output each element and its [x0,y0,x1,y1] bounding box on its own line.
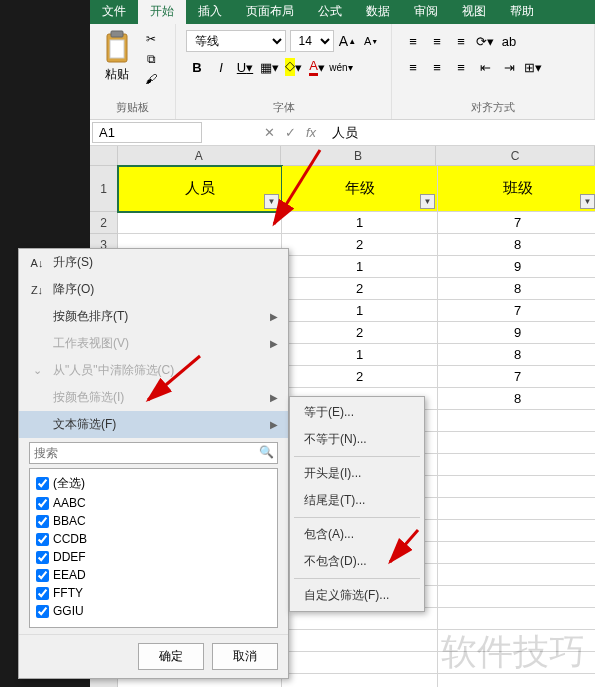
paste-button[interactable]: 粘贴 [96,28,138,88]
checkbox[interactable] [36,477,49,490]
checkbox[interactable] [36,569,49,582]
tab-审阅[interactable]: 审阅 [402,0,450,24]
sort-by-color-item[interactable]: 按颜色排序(T) ▶ [19,303,288,330]
cell[interactable]: 8 [438,388,595,410]
wrap-text-button[interactable]: ab [498,30,520,52]
cell[interactable] [118,212,282,234]
cut-button[interactable]: ✂ [142,30,160,48]
cell[interactable] [438,410,595,432]
select-all-corner[interactable] [90,146,118,166]
cell[interactable] [438,520,595,542]
filter-button[interactable]: ▼ [580,194,595,209]
filter-checkbox-item[interactable]: (全选) [34,473,273,494]
cell[interactable] [438,652,595,674]
phonetic-button[interactable]: wén▾ [330,56,352,78]
not-contains-item[interactable]: 不包含(D)... [290,548,424,575]
cell[interactable] [438,498,595,520]
cell[interactable] [438,564,595,586]
ok-button[interactable]: 确定 [138,643,204,670]
format-painter-button[interactable]: 🖌 [142,70,160,88]
filter-checkbox-item[interactable]: CCDB [34,530,273,548]
border-button[interactable]: ▦▾ [258,56,280,78]
cell[interactable] [282,652,438,674]
contains-item[interactable]: 包含(A)... [290,521,424,548]
merge-button[interactable]: ⊞▾ [522,56,544,78]
cell[interactable]: 9 [438,256,595,278]
copy-button[interactable]: ⧉ [142,50,160,68]
cell[interactable] [282,674,438,687]
align-left-button[interactable]: ≡ [402,56,424,78]
cell[interactable] [438,630,595,652]
cell[interactable]: 1 [282,344,438,366]
column-header-C[interactable]: C [436,146,595,166]
indent-inc-button[interactable]: ⇥ [498,56,520,78]
align-bottom-button[interactable]: ≡ [450,30,472,52]
bold-button[interactable]: B [186,56,208,78]
filter-values-list[interactable]: (全选)AABCBBACCCDBDDEFEEADFFTYGGIU [29,468,278,628]
cell[interactable]: 8 [438,278,595,300]
equals-item[interactable]: 等于(E)... [290,399,424,426]
cell[interactable]: 7 [438,212,595,234]
row-header[interactable]: 2 [90,212,118,234]
cell[interactable] [438,586,595,608]
cell[interactable] [438,432,595,454]
checkbox[interactable] [36,497,49,510]
font-color-button[interactable]: A▾ [306,56,328,78]
filter-checkbox-item[interactable]: EEAD [34,566,273,584]
orientation-button[interactable]: ⟳▾ [474,30,496,52]
header-cell[interactable]: 班级▼ [438,166,595,212]
custom-filter-item[interactable]: 自定义筛选(F)... [290,582,424,609]
filter-checkbox-item[interactable]: AABC [34,494,273,512]
column-header-B[interactable]: B [281,146,436,166]
cell[interactable]: 1 [282,212,438,234]
cell[interactable] [438,542,595,564]
cell[interactable]: 2 [282,322,438,344]
filter-checkbox-item[interactable]: FFTY [34,584,273,602]
ends-with-item[interactable]: 结尾是(T)... [290,487,424,514]
tab-公式[interactable]: 公式 [306,0,354,24]
increase-font-button[interactable]: A▲ [338,30,358,52]
italic-button[interactable]: I [210,56,232,78]
tab-页面布局[interactable]: 页面布局 [234,0,306,24]
decrease-font-button[interactable]: A▼ [361,30,381,52]
filter-search-input[interactable] [29,442,278,464]
sort-descending-item[interactable]: Z↓ 降序(O) [19,276,288,303]
cell[interactable]: 8 [438,234,595,256]
filter-button[interactable]: ▼ [264,194,279,209]
filter-checkbox-item[interactable]: BBAC [34,512,273,530]
fx-icon[interactable]: fx [306,125,316,140]
align-middle-button[interactable]: ≡ [426,30,448,52]
indent-dec-button[interactable]: ⇤ [474,56,496,78]
cancel-button[interactable]: 取消 [212,643,278,670]
align-top-button[interactable]: ≡ [402,30,424,52]
checkbox[interactable] [36,533,49,546]
cell[interactable]: 1 [282,300,438,322]
filter-button[interactable]: ▼ [420,194,435,209]
cell[interactable]: 7 [438,300,595,322]
cell[interactable]: 1 [282,256,438,278]
cell[interactable]: 8 [438,344,595,366]
cell[interactable] [438,476,595,498]
tab-插入[interactable]: 插入 [186,0,234,24]
cell[interactable] [438,674,595,687]
not-equals-item[interactable]: 不等于(N)... [290,426,424,453]
cell[interactable]: 2 [282,366,438,388]
cancel-icon[interactable]: ✕ [264,125,275,140]
header-cell[interactable]: 人员▼ [118,166,282,212]
tab-数据[interactable]: 数据 [354,0,402,24]
text-filters-item[interactable]: 文本筛选(F) ▶ [19,411,288,438]
tab-开始[interactable]: 开始 [138,0,186,24]
cell[interactable]: 7 [438,366,595,388]
name-box[interactable] [92,122,202,143]
begins-with-item[interactable]: 开头是(I)... [290,460,424,487]
checkbox[interactable] [36,515,49,528]
cell[interactable] [282,630,438,652]
underline-button[interactable]: U▾ [234,56,256,78]
sort-ascending-item[interactable]: A↓ 升序(S) [19,249,288,276]
cell[interactable]: 2 [282,234,438,256]
enter-icon[interactable]: ✓ [285,125,296,140]
checkbox[interactable] [36,587,49,600]
cell[interactable]: 9 [438,322,595,344]
cell[interactable] [438,608,595,630]
checkbox[interactable] [36,551,49,564]
